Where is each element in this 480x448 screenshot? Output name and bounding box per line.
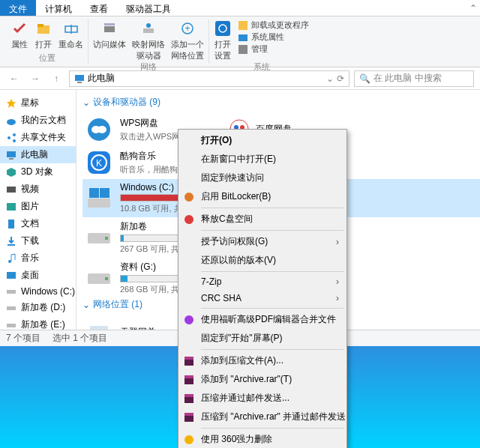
context-menu: 打开(O)在新窗口中打开(E)固定到快速访问启用 BitLocker(B)释放C… [178, 129, 347, 448]
lock-icon [183, 191, 195, 203]
settings-icon [214, 19, 232, 37]
address-bar[interactable]: 此电脑 ⌄ ⟳ [69, 70, 350, 87]
tab-drivetools[interactable]: 驱动器工具 [117, 0, 180, 16]
chevron-right-icon: › [336, 276, 339, 287]
sidebar-item[interactable]: 文档 [0, 215, 76, 232]
section-devices[interactable]: ⌄ 设备和驱动器 (9) [82, 96, 480, 109]
music-icon [6, 253, 16, 264]
ctx-item[interactable]: 打开(O) [180, 131, 345, 150]
svg-point-21 [13, 139, 16, 142]
ribbon-open[interactable]: 打开 [34, 19, 52, 50]
svg-rect-15 [75, 75, 84, 81]
ctx-item[interactable]: 添加到 "Archive.rar"(T) [180, 370, 345, 389]
ribbon-properties[interactable]: 属性 [10, 19, 28, 50]
cube-icon [6, 167, 16, 178]
sidebar-item[interactable]: 下载 [0, 232, 76, 249]
ctx-item[interactable]: 使用福昕高级PDF编辑器合并文件 [180, 310, 345, 329]
chevron-down-icon: ⌄ [82, 300, 90, 310]
nav-up[interactable]: ↑ [48, 70, 64, 87]
cloud-icon [6, 115, 16, 126]
svg-rect-31 [7, 306, 16, 310]
pc-icon [74, 73, 85, 84]
sidebar-item[interactable]: 星标 [0, 94, 76, 112]
ctx-item[interactable]: CRC SHA› [180, 290, 345, 306]
nav-back[interactable]: ← [6, 70, 22, 87]
manage-icon [238, 44, 248, 55]
ctx-item[interactable]: 压缩并通过邮件发送... [180, 389, 345, 408]
ribbon-tabs: 文件 计算机 查看 驱动器工具 ⌃ [0, 0, 480, 16]
ctx-item[interactable]: 在新窗口中打开(E) [180, 150, 345, 169]
sidebar-item[interactable]: 图片 [0, 198, 76, 215]
sidebar-item[interactable]: 我的云文档 [0, 112, 76, 129]
svg-rect-58 [184, 357, 194, 360]
media-icon [100, 19, 118, 37]
sidebar-item[interactable]: Windows (C:) [0, 284, 76, 299]
svg-point-55 [184, 215, 194, 224]
chevron-down-icon: ⌄ [82, 97, 90, 108]
ctx-item[interactable]: 固定到快速访问 [180, 169, 345, 187]
svg-rect-6 [143, 28, 154, 33]
svg-rect-12 [238, 21, 248, 30]
ribbon-rename[interactable]: 重命名 [58, 19, 83, 50]
sidebar-item[interactable]: 此电脑 [0, 146, 76, 163]
ribbon-open-settings[interactable]: 打开 设置 [214, 19, 232, 61]
tab-computer[interactable]: 计算机 [36, 0, 81, 16]
drive-icon [6, 286, 16, 297]
svg-rect-62 [184, 394, 194, 397]
pic-icon [6, 202, 16, 212]
svg-rect-25 [7, 187, 16, 193]
rar-icon [183, 355, 195, 367]
ctx-item[interactable]: 添加到压缩文件(A)... [180, 351, 345, 370]
rar-icon [183, 411, 195, 423]
ribbon-sysprop[interactable]: 系统属性 [238, 31, 309, 43]
chevron-down-icon[interactable]: ⌄ [326, 73, 334, 84]
folder-open-icon [34, 19, 52, 37]
svg-rect-49 [90, 326, 108, 330]
svg-point-65 [184, 435, 194, 444]
svg-rect-64 [184, 413, 194, 416]
svg-rect-44 [100, 188, 110, 198]
drive-icon [6, 303, 16, 313]
sidebar-item[interactable]: 3D 对象 [0, 163, 76, 181]
ctx-item[interactable]: 授予访问权限(G)› [180, 232, 345, 251]
sidebar-item[interactable]: 音乐 [0, 249, 76, 267]
ctx-item[interactable]: 启用 BitLocker(B) [180, 187, 345, 206]
tab-file[interactable]: 文件 [0, 0, 36, 16]
svg-rect-60 [184, 375, 194, 378]
rar-icon [183, 393, 195, 405]
sidebar-item[interactable]: 视频 [0, 181, 76, 198]
svg-point-7 [146, 23, 151, 28]
svg-point-28 [8, 260, 11, 263]
sidebar-item[interactable]: 新加卷 (D:) [0, 299, 76, 316]
search-input[interactable]: 🔍 在 此电脑 中搜索 [354, 70, 474, 87]
ctx-item[interactable]: 还原以前的版本(V) [180, 251, 345, 270]
ribbon-uninstall[interactable]: 卸载或更改程序 [238, 19, 309, 31]
ribbon-map-drive[interactable]: 映射网络 驱动器 [132, 19, 165, 61]
svg-rect-10 [215, 21, 230, 36]
tab-view[interactable]: 查看 [81, 0, 117, 16]
ctx-item[interactable]: 固定到"开始"屏幕(P) [180, 329, 345, 348]
sidebar-item[interactable]: 桌面 [0, 267, 76, 284]
ctx-item[interactable]: 7-Zip› [180, 273, 345, 290]
svg-rect-30 [7, 290, 16, 294]
svg-rect-32 [7, 324, 16, 327]
sidebar: 星标我的云文档共享文件夹此电脑3D 对象视频图片文档下载音乐桌面Windows … [0, 90, 76, 330]
rar-icon [183, 374, 195, 386]
ribbon-add-netloc[interactable]: + 添加一个 网络位置 [171, 19, 204, 61]
ctx-item[interactable]: 释放C盘空间 [180, 210, 345, 228]
ctx-item[interactable]: 压缩到 "Archive.rar" 并通过邮件发送 [180, 408, 345, 426]
ribbon-media[interactable]: 访问媒体 [93, 19, 126, 61]
breadcrumb: ← → ↑ 此电脑 ⌄ ⟳ 🔍 在 此电脑 中搜索 [0, 67, 480, 90]
chevron-right-icon: › [336, 237, 339, 247]
sidebar-item[interactable]: 新加卷 (E:) [0, 316, 76, 330]
svg-point-19 [8, 136, 10, 139]
ribbon-manage[interactable]: 管理 [238, 43, 309, 55]
ctx-item[interactable]: 使用 360强力删除 [180, 430, 345, 448]
svg-point-20 [13, 133, 16, 136]
svg-rect-48 [105, 277, 108, 280]
drive-icon [86, 224, 112, 251]
nav-forward[interactable]: → [27, 70, 44, 87]
refresh-icon[interactable]: ⟳ [337, 73, 344, 84]
collapse-ribbon-icon[interactable]: ⌃ [470, 3, 477, 13]
sidebar-item[interactable]: 共享文件夹 [0, 129, 76, 146]
